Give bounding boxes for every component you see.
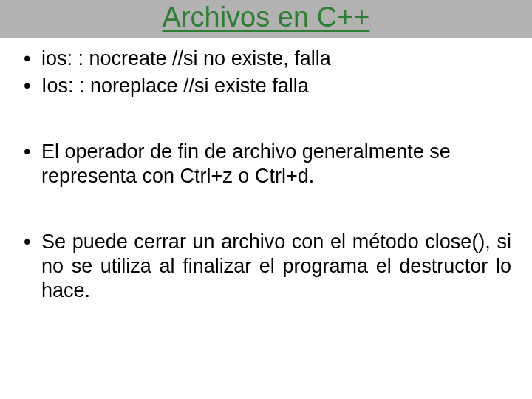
spacer: [21, 98, 511, 140]
slide-body: ios: : nocreate //si no existe, falla Io…: [0, 38, 532, 303]
bullet-item: Ios: : noreplace //si existe falla: [21, 74, 511, 98]
bullet-text: Ios: : noreplace //si existe falla: [41, 75, 309, 97]
spacer: [21, 188, 511, 230]
bullet-group-2: El operador de fin de archivo generalmen…: [21, 140, 511, 188]
bullet-group-3: Se puede cerrar un archivo con el método…: [21, 230, 511, 303]
bullet-text: ios: : nocreate //si no existe, falla: [41, 47, 331, 69]
slide: Archivos en C++ ios: : nocreate //si no …: [0, 0, 532, 399]
bullet-item: ios: : nocreate //si no existe, falla: [21, 47, 511, 71]
bullet-group-1: ios: : nocreate //si no existe, falla Io…: [21, 47, 511, 98]
bullet-item: El operador de fin de archivo generalmen…: [21, 140, 511, 188]
bullet-item: Se puede cerrar un archivo con el método…: [21, 230, 511, 303]
bullet-text: El operador de fin de archivo generalmen…: [41, 140, 451, 187]
slide-title: Archivos en C++: [163, 0, 370, 33]
bullet-text: Se puede cerrar un archivo con el método…: [41, 231, 511, 301]
title-bar: Archivos en C++: [0, 0, 532, 38]
